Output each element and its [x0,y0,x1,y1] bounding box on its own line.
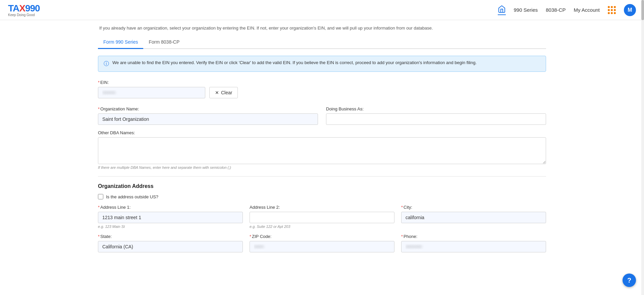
required-star: * [98,80,100,85]
grid-dot [608,12,610,14]
org-name-row: *Organization Name: Doing Business As: [98,106,546,125]
apps-grid-icon[interactable] [608,6,616,14]
x-icon: ✕ [215,90,219,95]
address1-label: *Address Line 1: [98,205,243,210]
address1-group: *Address Line 1: e.g. 123 Main St [98,205,243,229]
address2-group: Address Line 2: e.g. Suite 122 or Apt 20… [250,205,394,229]
zip-label: *ZIP Code: [250,234,394,239]
dba-hint: If there are multiple DBA Names, enter h… [98,165,546,169]
grid-dot [611,9,613,11]
dba-label: Doing Business As: [326,106,546,111]
main-content: If you already have an organization, sel… [87,20,557,271]
tab-8038-cp[interactable]: Form 8038-CP [143,36,185,49]
8038-cp-nav-link[interactable]: 8038-CP [546,7,566,13]
scrollbar-thumb[interactable] [641,0,644,20]
dba-group: Doing Business As: [326,106,546,125]
ein-section: *EIN: ✕ Clear [98,80,546,98]
zip-group: *ZIP Code: [250,234,394,252]
other-dba-textarea[interactable] [98,137,546,164]
state-label: *State: [98,234,243,239]
phone-label: *Phone: [401,234,546,239]
logo-x: X [19,3,25,13]
city-group: *City: [401,205,546,229]
alert-box: ⓘ We are unable to find the EIN you ente… [98,56,546,72]
address2-hint: e.g. Suite 122 or Apt 203 [250,225,394,229]
address2-input[interactable] [250,212,394,223]
logo: TAX990 Keep Doing Good [8,3,40,17]
ein-input[interactable] [98,87,205,98]
outside-us-label: Is the address outside US? [106,194,158,199]
ein-label: *EIN: [98,80,546,85]
state-input[interactable] [98,241,243,252]
header: TAX990 Keep Doing Good 990 Series 8038-C… [0,0,644,20]
org-name-group: *Organization Name: [98,106,318,125]
address1-hint: e.g. 123 Main St [98,225,243,229]
city-input[interactable] [401,212,546,223]
header-nav: 990 Series 8038-CP My Account M [498,4,636,16]
outside-us-row: Is the address outside US? [98,194,546,199]
other-dba-label: Other DBA Names: [98,130,546,135]
tab-990-series[interactable]: Form 990 Series [98,36,143,49]
user-avatar[interactable]: M [624,4,636,16]
logo-tax: TA [8,3,19,13]
home-icon [498,5,506,13]
info-icon: ⓘ [104,60,109,67]
info-bar: If you already have an organization, sel… [98,26,546,31]
zip-input[interactable] [250,241,394,252]
alert-message: We are unable to find the EIN you entere… [112,60,477,65]
section-divider [98,176,546,177]
home-nav-icon[interactable] [498,5,506,15]
dba-input[interactable] [326,113,546,125]
grid-dot [608,9,610,11]
grid-dot [614,9,616,11]
address-title: Organization Address [98,183,546,189]
clear-button[interactable]: ✕ Clear [209,87,238,98]
ein-row: ✕ Clear [98,87,546,98]
grid-dot [614,12,616,14]
grid-dot [614,6,616,8]
address-section: Organization Address Is the address outs… [98,183,546,252]
phone-group: *Phone: [401,234,546,252]
scrollbar[interactable] [641,0,644,271]
my-account-nav-link[interactable]: My Account [574,7,600,13]
phone-input[interactable] [401,241,546,252]
other-dba-group: Other DBA Names: If there are multiple D… [98,130,546,169]
address-grid-row1: *Address Line 1: e.g. 123 Main St Addres… [98,205,546,229]
990-series-nav-link[interactable]: 990 Series [514,7,538,13]
grid-dot [611,6,613,8]
logo-text: TAX990 [8,3,40,14]
state-group: *State: [98,234,243,252]
org-name-input[interactable] [98,113,318,125]
outside-us-checkbox[interactable] [98,194,103,199]
logo-990: 990 [25,3,40,13]
grid-dot [608,6,610,8]
city-label: *City: [401,205,546,210]
logo-tagline: Keep Doing Good [8,13,35,17]
address1-input[interactable] [98,212,243,223]
grid-dot [611,12,613,14]
address2-label: Address Line 2: [250,205,394,210]
org-name-label: *Organization Name: [98,106,318,111]
form-tabs: Form 990 Series Form 8038-CP [98,36,546,49]
address-grid-row2: *State: *ZIP Code: *Phone: [98,234,546,252]
